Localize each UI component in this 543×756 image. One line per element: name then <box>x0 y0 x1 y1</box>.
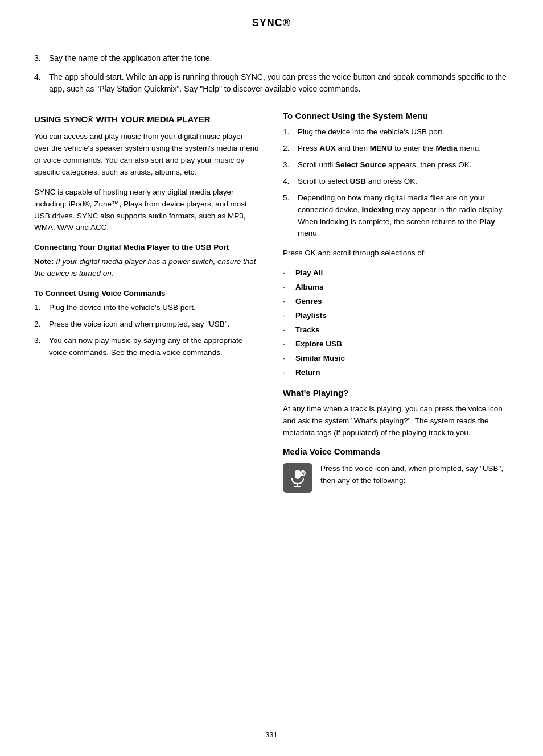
system-step-4: 4. Scroll to select USB and press OK. <box>283 176 509 188</box>
bullet-label-play-all: Play All <box>295 267 323 279</box>
microphone-icon: ↯ <box>287 468 308 488</box>
bullet-dot-1: · <box>283 267 291 279</box>
bullet-label-similar-music: Similar Music <box>295 353 345 365</box>
indexing-bold: Indexing <box>362 205 394 214</box>
bullet-dot-6: · <box>283 338 291 350</box>
bullet-dot-4: · <box>283 310 291 322</box>
aux-bold: AUX <box>319 144 336 152</box>
connecting-heading: Connecting Your Digital Media Player to … <box>34 243 260 251</box>
media-bold: Media <box>435 144 457 152</box>
bullet-dot-5: · <box>283 324 291 336</box>
intro-step-3-text: Say the name of the application after th… <box>49 52 212 64</box>
bullet-similar-music: · Similar Music <box>283 353 509 365</box>
intro-para1: You can access and play music from your … <box>34 131 260 179</box>
bullet-albums: · Albums <box>283 282 509 294</box>
bullet-playlists: · Playlists <box>283 310 509 322</box>
system-step-1-num: 1. <box>283 126 293 138</box>
bullet-dot-3: · <box>283 296 291 308</box>
intro-list: 3. Say the name of the application after… <box>34 52 509 95</box>
system-step-3: 3. Scroll until Select Source appears, t… <box>283 159 509 171</box>
page-number: 331 <box>265 730 278 739</box>
usb-bold: USB <box>350 177 367 185</box>
main-section-heading: USING SYNC® WITH YOUR MEDIA PLAYER <box>34 114 260 124</box>
system-step-3-num: 3. <box>283 159 293 171</box>
system-steps-list: 1. Plug the device into the vehicle's US… <box>283 126 509 239</box>
voice-step-1-num: 1. <box>34 302 44 314</box>
system-step-1-text: Plug the device into the vehicle's USB p… <box>298 126 445 138</box>
intro-step-4-text: The app should start. While an app is ru… <box>49 71 509 95</box>
bullet-explore-usb: · Explore USB <box>283 338 509 350</box>
voice-commands-heading: To Connect Using Voice Commands <box>34 289 260 298</box>
page-footer: 331 <box>0 730 543 739</box>
system-step-5: 5. Depending on how many digital media f… <box>283 192 509 240</box>
play-bold: Play <box>479 217 495 226</box>
system-step-1: 1. Plug the device into the vehicle's US… <box>283 126 509 138</box>
voice-step-1-text: Plug the device into the vehicle's USB p… <box>49 302 196 314</box>
press-ok-text: Press OK and scroll through selections o… <box>283 247 509 259</box>
voice-steps-list: 1. Plug the device into the vehicle's US… <box>34 302 260 359</box>
system-step-5-num: 5. <box>283 192 293 240</box>
bullet-return: · Return <box>283 367 509 379</box>
system-step-5-text: Depending on how many digital media file… <box>298 192 509 240</box>
bullet-play-all: · Play All <box>283 267 509 279</box>
page: SYNC® 3. Say the name of the application… <box>0 0 543 756</box>
select-source-bold: Select Source <box>335 160 386 169</box>
page-title: SYNC® <box>252 17 291 28</box>
intro-para2: SYNC is capable of hosting nearly any di… <box>34 187 260 234</box>
system-step-2: 2. Press AUX and then MENU to enter the … <box>283 143 509 155</box>
voice-icon-box: ↯ <box>283 463 312 493</box>
bullet-list: · Play All · Albums · Genres · Playlists… <box>283 267 509 378</box>
bullet-genres: · Genres <box>283 296 509 308</box>
bullet-label-genres: Genres <box>295 296 322 308</box>
system-step-4-text: Scroll to select USB and press OK. <box>298 176 417 188</box>
voice-step-2-text: Press the voice icon and when prompted, … <box>49 319 229 331</box>
whats-playing-heading: What's Playing? <box>283 388 509 398</box>
note-block: Note: If your digital media player has a… <box>34 256 260 280</box>
voice-step-3-num: 3. <box>34 335 44 359</box>
right-column: To Connect Using the System Menu 1. Plug… <box>283 109 509 493</box>
voice-step-2-num: 2. <box>34 319 44 331</box>
left-column: USING SYNC® WITH YOUR MEDIA PLAYER You c… <box>34 109 260 493</box>
voice-step-3-text: You can now play music by saying any of … <box>49 335 260 359</box>
system-menu-heading: To Connect Using the System Menu <box>283 111 509 121</box>
bullet-dot-2: · <box>283 282 291 294</box>
media-voice-text: Press the voice icon and, when prompted,… <box>320 463 509 487</box>
intro-step-3: 3. Say the name of the application after… <box>34 52 509 64</box>
media-voice-heading: Media Voice Commands <box>283 447 509 456</box>
voice-step-3: 3. You can now play music by saying any … <box>34 335 260 359</box>
system-step-2-num: 2. <box>283 143 293 155</box>
system-step-2-text: Press AUX and then MENU to enter the Med… <box>298 143 481 155</box>
bullet-tracks: · Tracks <box>283 324 509 336</box>
bullet-label-tracks: Tracks <box>295 324 320 336</box>
menu-bold: MENU <box>370 144 393 152</box>
system-step-3-text: Scroll until Select Source appears, then… <box>298 159 471 171</box>
page-header: SYNC® <box>34 17 509 35</box>
media-voice-block: ↯ Press the voice icon and, when prompte… <box>283 463 509 493</box>
bullet-label-albums: Albums <box>295 282 324 294</box>
svg-text:↯: ↯ <box>302 472 305 476</box>
bullet-dot-7: · <box>283 353 291 365</box>
bullet-label-playlists: Playlists <box>295 310 327 322</box>
intro-step-4-num: 4. <box>34 71 44 95</box>
note-label: Note: <box>34 257 54 266</box>
voice-step-1: 1. Plug the device into the vehicle's US… <box>34 302 260 314</box>
intro-step-3-num: 3. <box>34 52 44 64</box>
bullet-label-explore-usb: Explore USB <box>295 338 342 350</box>
two-col-layout: USING SYNC® WITH YOUR MEDIA PLAYER You c… <box>34 109 509 493</box>
note-text: If your digital media player has a power… <box>34 257 256 278</box>
intro-step-4: 4. The app should start. While an app is… <box>34 71 509 95</box>
voice-step-2: 2. Press the voice icon and when prompte… <box>34 319 260 331</box>
bullet-dot-8: · <box>283 367 291 379</box>
svg-rect-0 <box>295 470 301 479</box>
bullet-label-return: Return <box>295 367 320 379</box>
whats-playing-text: At any time when a track is playing, you… <box>283 403 509 439</box>
system-step-4-num: 4. <box>283 176 293 188</box>
